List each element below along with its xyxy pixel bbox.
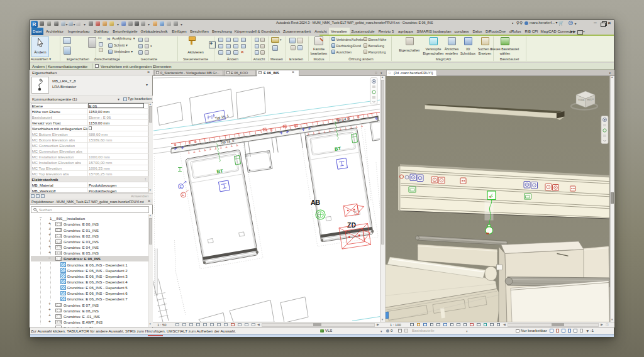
svg-text:AB: AB (311, 198, 321, 206)
svg-text:BT: BT (335, 145, 342, 151)
svg-text:ZD: ZD (347, 221, 356, 228)
svg-text:BT: BT (216, 168, 224, 175)
